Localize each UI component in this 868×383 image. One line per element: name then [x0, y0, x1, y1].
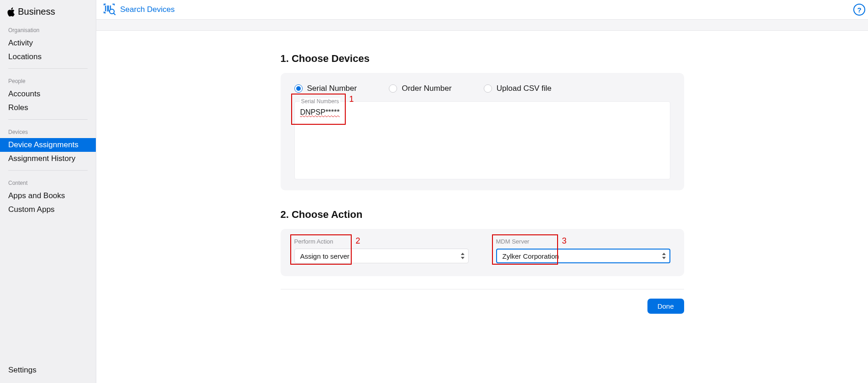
nav-group-content: Content: [0, 175, 96, 189]
sidebar-item-roles[interactable]: Roles: [0, 101, 96, 115]
device-identifier-radios: Serial Number Order Number Upload CSV fi…: [294, 84, 670, 93]
updown-icon: [461, 253, 464, 259]
apple-logo-icon: [7, 7, 15, 17]
perform-action-label: Perform Action: [294, 238, 469, 245]
topbar: Search Devices ?: [96, 0, 868, 20]
nav-separator: [8, 170, 88, 171]
nav-separator: [8, 119, 88, 120]
sidebar-item-device-assignments[interactable]: Device Assignments: [0, 138, 96, 152]
radio-label: Order Number: [402, 84, 452, 93]
perform-action-value: Assign to server: [300, 252, 350, 260]
radio-dot-icon: [389, 84, 397, 93]
content-area: 1. Choose Devices Serial Number Order Nu…: [96, 31, 868, 383]
sidebar-item-assignment-history[interactable]: Assignment History: [0, 152, 96, 166]
perform-action-select[interactable]: Assign to server: [294, 249, 469, 263]
sidebar-item-activity[interactable]: Activity: [0, 36, 96, 50]
search-devices-link[interactable]: Search Devices: [120, 5, 175, 14]
mdm-server-select[interactable]: Zylker Corporation: [496, 249, 670, 263]
svg-line-5: [114, 13, 115, 15]
choose-action-panel: Perform Action Assign to server 2 MDM Se…: [281, 229, 684, 276]
sidebar-item-settings[interactable]: Settings: [0, 357, 96, 383]
radio-dot-icon: [484, 84, 492, 93]
serial-value-text: DNPSP*****: [300, 108, 340, 116]
nav-group-people: People: [0, 73, 96, 87]
sidebar-item-locations[interactable]: Locations: [0, 50, 96, 64]
brand-text: Business: [18, 6, 55, 17]
sub-toolbar: [96, 20, 868, 31]
nav-group-organisation: Organisation: [0, 22, 96, 36]
nav-group-devices: Devices: [0, 124, 96, 138]
section-title-choose-devices: 1. Choose Devices: [281, 53, 684, 65]
help-icon[interactable]: ?: [853, 4, 865, 16]
updown-icon: [662, 253, 666, 259]
radio-label: Upload CSV file: [497, 84, 552, 93]
radio-order-number[interactable]: Order Number: [389, 84, 452, 93]
main: Search Devices ? 1. Choose Devices Seria…: [96, 0, 868, 383]
barcode-search-icon: [103, 4, 116, 16]
radio-dot-icon: [294, 84, 303, 93]
mdm-server-label: MDM Server: [496, 238, 670, 245]
done-button[interactable]: Done: [647, 299, 684, 314]
nav-separator: [8, 68, 88, 69]
radio-serial-number[interactable]: Serial Number: [294, 84, 357, 93]
choose-devices-panel: Serial Number Order Number Upload CSV fi…: [281, 73, 684, 190]
serial-numbers-input[interactable]: DNPSP*****: [294, 101, 670, 179]
brand: Business: [0, 6, 96, 22]
sidebar-item-custom-apps[interactable]: Custom Apps: [0, 203, 96, 216]
radio-upload-csv[interactable]: Upload CSV file: [484, 84, 552, 93]
serial-numbers-label: Serial Numbers: [300, 98, 341, 105]
sidebar: Business Organisation Activity Locations…: [0, 0, 96, 383]
divider: [281, 289, 684, 289]
section-title-choose-action: 2. Choose Action: [281, 209, 684, 221]
sidebar-item-apps-books[interactable]: Apps and Books: [0, 189, 96, 203]
mdm-server-value: Zylker Corporation: [503, 252, 559, 260]
radio-label: Serial Number: [307, 84, 357, 93]
sidebar-item-accounts[interactable]: Accounts: [0, 87, 96, 101]
